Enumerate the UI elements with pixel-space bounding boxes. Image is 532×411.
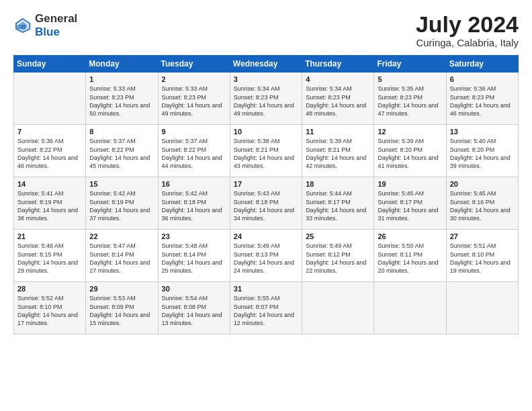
day-number: 16 — [162, 180, 226, 188]
calendar-cell: 7Sunrise: 5:36 AMSunset: 8:22 PMDaylight… — [14, 125, 86, 177]
day-number: 11 — [306, 128, 370, 136]
day-number: 6 — [450, 75, 515, 83]
calendar-cell: 12Sunrise: 5:39 AMSunset: 8:20 PMDayligh… — [374, 125, 446, 177]
day-number: 9 — [162, 128, 226, 136]
cell-details: Sunrise: 5:54 AMSunset: 8:08 PMDaylight:… — [162, 294, 226, 327]
day-number: 17 — [234, 180, 298, 188]
day-header-friday: Friday — [374, 56, 446, 73]
cell-details: Sunrise: 5:39 AMSunset: 8:21 PMDaylight:… — [306, 137, 370, 170]
logo-general-text: General — [35, 12, 77, 25]
cell-details: Sunrise: 5:55 AMSunset: 8:07 PMDaylight:… — [234, 294, 298, 327]
day-number: 21 — [17, 232, 82, 240]
calendar-cell: 23Sunrise: 5:48 AMSunset: 8:14 PMDayligh… — [158, 230, 230, 282]
calendar-cell: 2Sunrise: 5:33 AMSunset: 8:23 PMDaylight… — [158, 73, 230, 125]
calendar-table: SundayMondayTuesdayWednesdayThursdayFrid… — [13, 55, 519, 334]
cell-details: Sunrise: 5:49 AMSunset: 8:13 PMDaylight:… — [234, 242, 298, 275]
calendar-cell: 26Sunrise: 5:50 AMSunset: 8:11 PMDayligh… — [374, 230, 446, 282]
cell-details: Sunrise: 5:42 AMSunset: 8:19 PMDaylight:… — [89, 189, 154, 222]
cell-details: Sunrise: 5:50 AMSunset: 8:11 PMDaylight:… — [378, 242, 442, 275]
calendar-cell: 8Sunrise: 5:37 AMSunset: 8:22 PMDaylight… — [86, 125, 158, 177]
cell-details: Sunrise: 5:40 AMSunset: 8:20 PMDaylight:… — [450, 137, 515, 170]
cell-details: Sunrise: 5:51 AMSunset: 8:10 PMDaylight:… — [450, 242, 515, 275]
cell-details: Sunrise: 5:34 AMSunset: 8:23 PMDaylight:… — [234, 85, 298, 118]
day-header-wednesday: Wednesday — [230, 56, 302, 73]
cell-details: Sunrise: 5:36 AMSunset: 8:23 PMDaylight:… — [450, 85, 515, 118]
calendar-cell: 22Sunrise: 5:47 AMSunset: 8:14 PMDayligh… — [86, 230, 158, 282]
calendar-cell: 17Sunrise: 5:43 AMSunset: 8:18 PMDayligh… — [230, 177, 302, 230]
calendar-cell: 14Sunrise: 5:41 AMSunset: 8:19 PMDayligh… — [14, 177, 86, 230]
calendar-cell: 29Sunrise: 5:53 AMSunset: 8:09 PMDayligh… — [86, 282, 158, 334]
cell-details: Sunrise: 5:53 AMSunset: 8:09 PMDaylight:… — [89, 294, 154, 327]
calendar-cell: 5Sunrise: 5:35 AMSunset: 8:23 PMDaylight… — [374, 73, 446, 125]
calendar-cell: 24Sunrise: 5:49 AMSunset: 8:13 PMDayligh… — [230, 230, 302, 282]
calendar-cell: 31Sunrise: 5:55 AMSunset: 8:07 PMDayligh… — [230, 282, 302, 334]
cell-details: Sunrise: 5:37 AMSunset: 8:22 PMDaylight:… — [162, 137, 226, 170]
calendar-cell: 20Sunrise: 5:45 AMSunset: 8:16 PMDayligh… — [446, 177, 518, 230]
cell-details: Sunrise: 5:42 AMSunset: 8:18 PMDaylight:… — [162, 189, 226, 222]
day-number: 28 — [17, 285, 82, 293]
header-row: SundayMondayTuesdayWednesdayThursdayFrid… — [14, 56, 519, 73]
day-number: 30 — [162, 285, 226, 293]
cell-details: Sunrise: 5:37 AMSunset: 8:22 PMDaylight:… — [89, 137, 154, 170]
day-number: 15 — [89, 180, 154, 188]
day-number: 7 — [17, 128, 82, 136]
day-number: 24 — [234, 232, 298, 240]
svg-text:GB: GB — [17, 24, 26, 30]
cell-details: Sunrise: 5:48 AMSunset: 8:14 PMDaylight:… — [162, 242, 226, 275]
day-number: 3 — [234, 75, 298, 83]
day-header-saturday: Saturday — [446, 56, 518, 73]
cell-details: Sunrise: 5:44 AMSunset: 8:17 PMDaylight:… — [306, 189, 370, 222]
day-number: 12 — [378, 128, 442, 136]
week-row-2: 7Sunrise: 5:36 AMSunset: 8:22 PMDaylight… — [14, 125, 519, 177]
day-number: 10 — [234, 128, 298, 136]
day-number: 22 — [89, 232, 154, 240]
week-row-4: 21Sunrise: 5:46 AMSunset: 8:15 PMDayligh… — [14, 230, 519, 282]
month-title: July 2024 — [416, 12, 519, 37]
calendar-cell: 13Sunrise: 5:40 AMSunset: 8:20 PMDayligh… — [446, 125, 518, 177]
logo-icon: GB — [13, 16, 32, 35]
page: GB General Blue July 2024 Curinga, Calab… — [0, 0, 532, 411]
calendar-cell: 3Sunrise: 5:34 AMSunset: 8:23 PMDaylight… — [230, 73, 302, 125]
day-number: 25 — [306, 232, 370, 240]
cell-details: Sunrise: 5:33 AMSunset: 8:23 PMDaylight:… — [89, 85, 154, 118]
logo-text: General Blue — [35, 12, 77, 38]
calendar-cell: 28Sunrise: 5:52 AMSunset: 8:10 PMDayligh… — [14, 282, 86, 334]
day-header-thursday: Thursday — [302, 56, 374, 73]
cell-details: Sunrise: 5:36 AMSunset: 8:22 PMDaylight:… — [17, 137, 82, 170]
calendar-cell: 19Sunrise: 5:45 AMSunset: 8:17 PMDayligh… — [374, 177, 446, 230]
cell-details: Sunrise: 5:45 AMSunset: 8:16 PMDaylight:… — [450, 189, 515, 222]
day-number: 8 — [89, 128, 154, 136]
day-header-monday: Monday — [86, 56, 158, 73]
calendar-cell — [302, 282, 374, 334]
day-header-sunday: Sunday — [14, 56, 86, 73]
calendar-cell: 1Sunrise: 5:33 AMSunset: 8:23 PMDaylight… — [86, 73, 158, 125]
cell-details: Sunrise: 5:35 AMSunset: 8:23 PMDaylight:… — [378, 85, 442, 118]
day-number: 29 — [89, 285, 154, 293]
day-number: 19 — [378, 180, 442, 188]
calendar-cell: 10Sunrise: 5:38 AMSunset: 8:21 PMDayligh… — [230, 125, 302, 177]
calendar-cell — [374, 282, 446, 334]
day-number: 31 — [234, 285, 298, 293]
day-number: 23 — [162, 232, 226, 240]
day-number: 27 — [450, 232, 515, 240]
day-number: 1 — [89, 75, 154, 83]
day-number: 26 — [378, 232, 442, 240]
cell-details: Sunrise: 5:49 AMSunset: 8:12 PMDaylight:… — [306, 242, 370, 275]
calendar-cell: 21Sunrise: 5:46 AMSunset: 8:15 PMDayligh… — [14, 230, 86, 282]
day-number: 14 — [17, 180, 82, 188]
day-header-tuesday: Tuesday — [158, 56, 230, 73]
calendar-cell: 11Sunrise: 5:39 AMSunset: 8:21 PMDayligh… — [302, 125, 374, 177]
cell-details: Sunrise: 5:39 AMSunset: 8:20 PMDaylight:… — [378, 137, 442, 170]
cell-details: Sunrise: 5:45 AMSunset: 8:17 PMDaylight:… — [378, 189, 442, 222]
calendar-cell: 27Sunrise: 5:51 AMSunset: 8:10 PMDayligh… — [446, 230, 518, 282]
cell-details: Sunrise: 5:41 AMSunset: 8:19 PMDaylight:… — [17, 189, 82, 222]
logo-blue-text: Blue — [35, 26, 60, 38]
location-subtitle: Curinga, Calabria, Italy — [416, 37, 519, 48]
cell-details: Sunrise: 5:34 AMSunset: 8:23 PMDaylight:… — [306, 85, 370, 118]
day-number: 2 — [162, 75, 226, 83]
day-number: 5 — [378, 75, 442, 83]
calendar-cell — [14, 73, 86, 125]
day-number: 18 — [306, 180, 370, 188]
calendar-cell: 18Sunrise: 5:44 AMSunset: 8:17 PMDayligh… — [302, 177, 374, 230]
day-number: 4 — [306, 75, 370, 83]
